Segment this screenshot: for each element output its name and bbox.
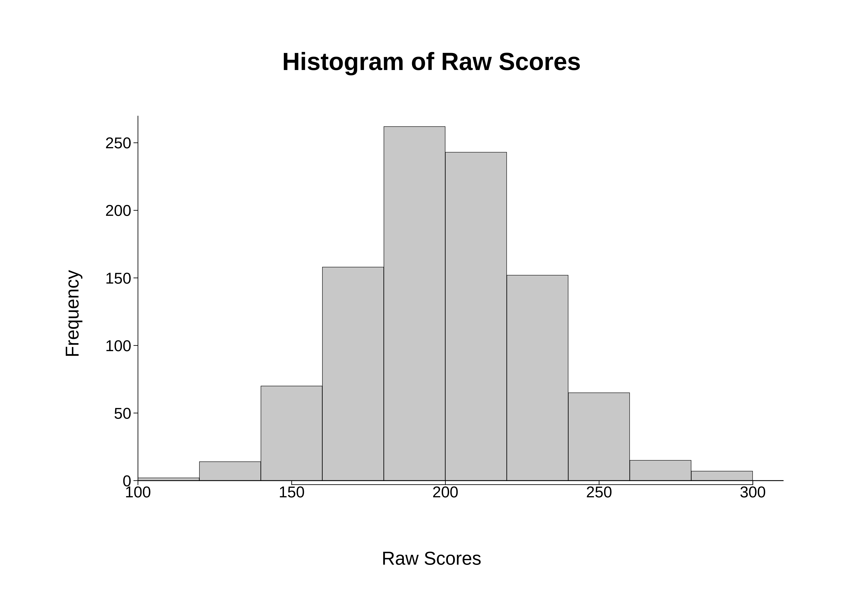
- plot-area: 100150200250300050100150200250: [89, 88, 802, 540]
- x-axis-label: Raw Scores: [381, 548, 481, 569]
- y-axis-label: Frequency: [61, 270, 83, 357]
- x-tick-label: 150: [279, 483, 305, 500]
- bar: [384, 126, 445, 481]
- chart-title: Histogram of Raw Scores: [282, 47, 581, 75]
- x-tick-label: 250: [586, 483, 612, 500]
- bar: [200, 462, 261, 481]
- x-tick-label: 300: [740, 483, 766, 500]
- bar: [446, 152, 507, 481]
- bar: [261, 386, 322, 481]
- x-tick-label: 200: [432, 483, 458, 500]
- bar: [507, 275, 568, 481]
- y-tick-label: 200: [105, 202, 131, 219]
- bar: [569, 393, 630, 481]
- histogram-svg: 100150200250300050100150200250: [89, 88, 802, 540]
- y-tick-label: 100: [105, 337, 131, 354]
- y-tick-label: 250: [105, 134, 131, 152]
- y-tick-label: 50: [114, 404, 131, 422]
- y-tick-label: 150: [105, 269, 131, 287]
- bar: [323, 267, 384, 481]
- y-tick-label: 0: [123, 472, 131, 489]
- bar: [691, 471, 753, 481]
- chart-area: Frequency 100150200250300050100150200250: [61, 88, 802, 540]
- chart-container: Histogram of Raw Scores Frequency 100150…: [41, 31, 822, 585]
- bar: [630, 460, 691, 481]
